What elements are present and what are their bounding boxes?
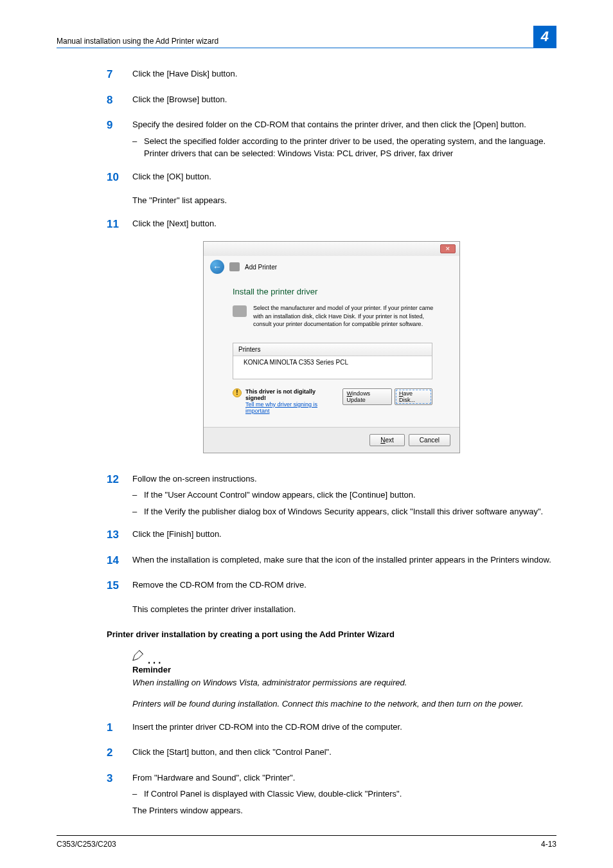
step-text: Remove the CD-ROM from the CD-ROM drive. <box>132 577 556 594</box>
page-header: Manual installation using the Add Printe… <box>57 26 556 48</box>
step-text: Follow the on-screen instructions. <box>132 474 257 484</box>
step-note: The Printers window appears. <box>132 804 556 817</box>
step-note: This completes the printer driver instal… <box>132 603 556 616</box>
step-text: Click the [Finish] button. <box>132 527 556 543</box>
step-text: Click the [OK] button. <box>132 169 556 186</box>
wizard-heading: Install the printer driver <box>233 287 440 296</box>
sub-text: If the "User Account Control" window app… <box>144 489 416 502</box>
step-text: Specify the desired folder on the CD-ROM… <box>132 120 526 129</box>
step-number: 3 <box>107 770 132 817</box>
sub-text: If the Verify the publisher dialog box o… <box>144 505 543 518</box>
step-s2-2: 2 Click the [Start] button, and then cli… <box>107 745 556 761</box>
next-button: Next <box>369 434 405 446</box>
reminder-label: Reminder <box>132 664 556 676</box>
step-number: 8 <box>107 92 132 109</box>
list-item: KONICA MINOLTA C353 Series PCL <box>233 356 432 379</box>
step-text: From "Hardware and Sound", click "Printe… <box>132 773 295 782</box>
footer-right: 4-13 <box>541 840 556 849</box>
step-number: 2 <box>107 745 132 761</box>
printers-listbox: Printers KONICA MINOLTA C353 Series PCL <box>233 343 432 379</box>
printer-icon <box>229 262 240 271</box>
wizard-description: Select the manufacturer and model of you… <box>253 304 440 329</box>
step-15: 15 Remove the CD-ROM from the CD-ROM dri… <box>107 577 556 594</box>
page-footer: C353/C253/C203 4-13 <box>57 835 556 849</box>
dash: – <box>132 788 144 800</box>
step-12: 12 Follow the on-screen instructions. –I… <box>107 471 556 518</box>
section-heading: Printer driver installation by creating … <box>107 629 556 639</box>
step-number: 1 <box>107 719 132 736</box>
step-number: 7 <box>107 66 132 83</box>
reminder-text: When installing on Windows Vista, admini… <box>132 676 556 689</box>
sub-text: If Control Panel is displayed with Class… <box>144 788 402 800</box>
step-13: 13 Click the [Finish] button. <box>107 527 556 543</box>
reminder-icon: ... <box>131 648 556 662</box>
chapter-number: 4 <box>533 26 556 48</box>
warning-link: Tell me why driver signing is important <box>245 401 317 414</box>
step-number: 12 <box>107 471 132 518</box>
step-text: Click the [Next] button. <box>132 216 556 233</box>
wizard-screenshot: ✕ ← Add Printer Install the printer driv… <box>203 241 460 453</box>
step-s2-3: 3 From "Hardware and Sound", click "Prin… <box>107 770 556 817</box>
footer-left: C353/C253/C203 <box>57 840 116 849</box>
list-header: Printers <box>233 343 432 356</box>
have-disk-button: Have Disk... <box>395 388 432 405</box>
windows-update-button: Windows Update <box>342 388 392 405</box>
step-number: 11 <box>107 216 132 233</box>
step-number: 13 <box>107 527 132 543</box>
dash: – <box>132 135 144 160</box>
pen-icon <box>131 648 145 662</box>
step-text: Click the [Have Disk] button. <box>132 66 556 83</box>
step-text: Click the [Start] button, and then click… <box>132 745 556 761</box>
sub-text: Select the specified folder according to… <box>144 135 556 160</box>
step-9: 9 Specify the desired folder on the CD-R… <box>107 117 556 160</box>
step-10: 10 Click the [OK] button. <box>107 169 556 186</box>
step-number: 10 <box>107 169 132 186</box>
step-text: When the installation is completed, make… <box>132 552 556 569</box>
step-number: 15 <box>107 577 132 594</box>
window-title: Add Printer <box>245 264 277 271</box>
step-7: 7 Click the [Have Disk] button. <box>107 66 556 83</box>
step-14: 14 When the installation is completed, m… <box>107 552 556 569</box>
step-text: Click the [Browse] button. <box>132 92 556 109</box>
back-icon: ← <box>210 260 224 274</box>
step-11: 11 Click the [Next] button. <box>107 216 556 233</box>
dash: – <box>132 505 144 518</box>
warning-icon: ! <box>233 388 242 397</box>
reminder-text: Printers will be found during installati… <box>132 698 556 710</box>
step-s2-1: 1 Insert the printer driver CD-ROM into … <box>107 719 556 736</box>
header-title: Manual installation using the Add Printe… <box>57 37 218 46</box>
close-icon: ✕ <box>440 244 456 253</box>
dash: – <box>132 489 144 502</box>
step-number: 9 <box>107 117 132 160</box>
warning-text: This driver is not digitally signed! <box>245 388 315 401</box>
step-number: 14 <box>107 552 132 569</box>
step-8: 8 Click the [Browse] button. <box>107 92 556 109</box>
step-note: The "Printer" list appears. <box>132 194 556 207</box>
printer-icon <box>233 305 247 317</box>
step-text: Insert the printer driver CD-ROM into th… <box>132 719 556 736</box>
cancel-button: Cancel <box>409 434 450 446</box>
